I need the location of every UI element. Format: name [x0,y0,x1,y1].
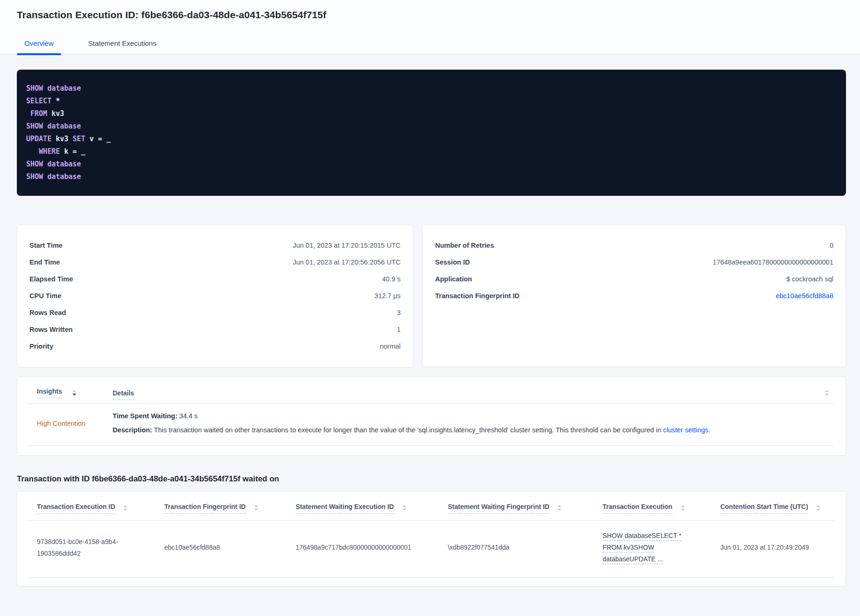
sql-keyword: database [43,84,81,93]
column-header-contention-start-time[interactable]: Contention Start Time (UTC) [712,503,834,514]
tab-overview[interactable]: Overview [17,33,61,54]
additional-detail-row: Session ID17648a9eea60178000000000000000… [435,254,833,271]
sort-up-icon [681,505,685,507]
sort-down-icon [681,509,685,511]
insight-row: High Contention Time Spent Waiting: 34.4… [29,404,834,446]
column-header-label[interactable]: Contention Start Time (UTC) [720,503,808,514]
additional-detail-row: Number of Retries0 [435,237,833,254]
sort-arrows-icon[interactable] [558,505,561,511]
cell-value: 9738d051-bc0e-4158-a9b4-1903586ddd42 [37,536,156,559]
cell-contention-start-time: Jun 01, 2023 at 17:20:49:2049 [712,542,834,553]
cluster-settings-link[interactable]: cluster settings [663,426,709,434]
execution-detail-row: Elapsed Time40.9 s [29,271,401,287]
sql-text: k = _ [60,147,85,156]
table-row: 9738d051-bc0e-4158-a9b4-1903586ddd42ebc1… [29,521,834,578]
cell-value: Jun 01, 2023 at 17:20:49:2049 [720,542,809,553]
detail-label: Rows Read [29,309,66,316]
insights-table-header: Insights Details [29,379,834,404]
column-header-transaction-fingerprint-id[interactable]: Transaction Fingerprint ID [156,503,287,514]
insights-column-label[interactable]: Insights [37,387,62,398]
column-header-label[interactable]: Transaction Fingerprint ID [164,503,245,514]
detail-value: $ cockroach sql [786,275,833,283]
execution-detail-row: End TimeJun 01, 2023 at 17:20:56:2056 UT… [29,254,401,271]
column-header-label[interactable]: Transaction Execution ID [37,503,115,514]
column-header-statement-waiting-execution-id[interactable]: Statement Waiting Execution ID [287,503,439,514]
page-title: Transaction Execution ID: f6be6366-da03-… [17,9,860,21]
sort-arrows-icon[interactable] [72,390,76,396]
sql-text: kv3 [51,135,72,143]
sql-keyword: database [43,172,81,181]
page-header: Transaction Execution ID: f6be6366-da03-… [0,0,860,54]
column-header-label[interactable]: Statement Waiting Execution ID [295,503,394,514]
sql-keyword: SELECT [26,97,51,105]
execution-details-card: Start TimeJun 01, 2023 at 17:20:15:2015 … [17,225,413,367]
column-header-statement-waiting-fingerprint-id[interactable]: Statement Waiting Fingerprint ID [439,503,594,514]
execution-detail-row: Start TimeJun 01, 2023 at 17:20:15:2015 … [29,237,401,254]
tab-statement-executions-label: Statement Executions [88,39,157,47]
sort-up-icon [402,505,406,507]
column-header-label[interactable]: Statement Waiting Fingerprint ID [448,503,549,514]
tab-statement-executions[interactable]: Statement Executions [81,33,164,54]
additional-details-card: Number of Retries0Session ID17648a9eea60… [423,225,846,367]
column-header-transaction-execution[interactable]: Transaction Execution [594,503,712,514]
column-header-transaction-execution-id[interactable]: Transaction Execution ID [29,503,156,514]
sort-arrows-icon[interactable] [254,505,258,511]
waited-on-table-body: 9738d051-bc0e-4158-a9b4-1903586ddd42ebc1… [29,521,834,578]
sql-keyword: FROM [26,109,47,118]
sql-keyword: WHERE [26,147,60,156]
details-column-header[interactable]: Details [113,389,815,397]
sort-down-icon [558,509,561,511]
time-spent-waiting-label: Time Spent Waiting: [113,412,178,420]
detail-value: 1 [397,326,401,333]
detail-label: Rows Written [29,326,72,333]
execution-detail-row: Rows Read3 [29,304,401,321]
insight-name-cell: High Contention [37,420,113,427]
sql-line: SELECT * [26,95,837,107]
sort-arrows-icon[interactable] [825,390,829,396]
detail-value: 40.9 s [382,275,401,283]
waited-on-heading: Transaction with ID f6be6366-da03-48de-a… [17,474,846,484]
insights-extra-sort[interactable] [815,390,834,396]
sql-line: SHOW database [26,82,837,95]
transaction-execution-link[interactable]: SHOW databaseSELECT * FROM kv3SHOW datab… [602,530,683,565]
sql-keyword: SHOW [26,172,43,181]
high-contention-badge: High Contention [37,420,86,427]
detail-label: CPU Time [29,292,61,300]
sort-arrows-icon[interactable] [402,505,406,511]
column-header-label[interactable]: Transaction Execution [602,503,672,514]
sort-arrows-icon[interactable] [123,505,127,511]
sql-text: v = _ [85,135,110,143]
sql-line: UPDATE kv3 SET v = _ [26,133,837,145]
detail-value: 312.7 µs [374,292,401,300]
detail-value: 3 [397,309,401,316]
sql-keyword: SHOW [26,122,43,130]
cell-statement-waiting-execution-id: 176498a9c717bdc80000000000000001 [287,542,439,553]
sql-line: WHERE k = _ [26,145,837,158]
insights-column-header[interactable]: Insights [37,387,113,398]
sort-arrows-icon[interactable] [817,505,820,511]
sort-arrows-icon[interactable] [681,505,685,511]
sql-keyword: database [43,160,81,168]
sort-up-icon [72,390,76,392]
execution-detail-row: Rows Written1 [29,321,401,338]
main-content: SHOW databaseSELECT * FROM kv3SHOW datab… [0,54,860,587]
sort-down-icon [254,509,258,511]
description-label: Description: [113,426,152,434]
sql-line: FROM kv3 [26,107,837,120]
sql-line: SHOW database [26,120,837,133]
cell-value: 176498a9c717bdc80000000000000001 [295,542,411,553]
sql-keyword: SHOW [26,160,43,168]
cell-transaction-execution: SHOW databaseSELECT * FROM kv3SHOW datab… [594,530,712,565]
detail-value: 0 [830,242,833,249]
detail-label: Application [435,275,472,283]
tab-bar: Overview Statement Executions [0,33,860,54]
detail-value: Jun 01, 2023 at 17:20:56:2056 UTC [293,258,401,266]
execution-detail-row: Prioritynormal [29,338,401,355]
details-column-label[interactable]: Details [113,389,134,400]
sort-down-icon [825,394,829,396]
transaction-fingerprint-link[interactable]: ebc10ae56cfd88a8 [776,292,833,300]
detail-value: 17648a9eea6017800000000000000001 [713,258,833,266]
sort-down-icon [123,509,127,511]
detail-label: End Time [29,258,60,266]
cell-value: \xdb8922f077541dda [448,542,509,553]
